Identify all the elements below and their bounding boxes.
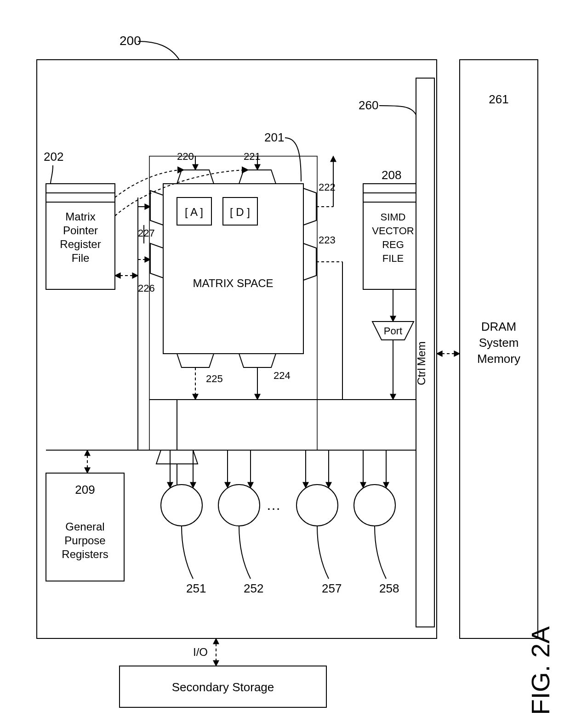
mpf-label-line3: Register (60, 238, 101, 250)
port-225 (177, 354, 214, 367)
simd-l3: REG (382, 239, 404, 250)
matrix-A-label: [ A ] (185, 206, 203, 218)
fu-257 (296, 485, 338, 526)
ellipsis: … (266, 497, 281, 513)
ref-221: 221 (244, 151, 261, 162)
ref-226: 226 (138, 282, 155, 294)
simd-l2: VECTOR (372, 225, 414, 237)
mpf-label-line2: Pointer (63, 224, 98, 237)
matrix-space-label: MATRIX SPACE (193, 277, 273, 289)
simd-l4: FILE (382, 253, 404, 264)
port-226 (150, 243, 163, 278)
dram-l1: DRAM (481, 320, 517, 333)
ref-252: 252 (244, 581, 263, 595)
port-223 (303, 243, 316, 280)
ref-227: 227 (138, 227, 155, 239)
memctrl-l1: Mem (415, 341, 428, 366)
ref-202: 202 (44, 150, 63, 164)
leader-200 (138, 41, 179, 60)
fu-258 (354, 485, 395, 526)
gpr-label-line2: Purpose (64, 534, 105, 547)
port-227 (150, 191, 163, 225)
ref-257: 257 (322, 581, 342, 595)
figure-label: FIG. 2A (526, 626, 555, 715)
ref-258: 258 (379, 581, 399, 595)
ref-225: 225 (206, 373, 223, 384)
fu-252 (218, 485, 260, 526)
io-label: I/O (193, 646, 208, 658)
secondary-label: Secondary Storage (172, 680, 274, 694)
fu-251 (161, 485, 202, 526)
bottom-mux (156, 450, 198, 464)
port-222 (303, 188, 316, 225)
ref-200: 200 (120, 34, 141, 48)
dram-l3: Memory (477, 352, 520, 366)
simd-vector-reg-file (363, 184, 423, 289)
memctrl-l2: Ctrl (415, 368, 428, 385)
dram-l2: System (479, 336, 519, 350)
gpr-label-line1: General (65, 520, 104, 533)
simd-l1: SIMD (381, 211, 406, 223)
ref-201: 201 (264, 130, 284, 144)
ref-220: 220 (177, 151, 194, 162)
matrix-D-label: [ D ] (230, 206, 250, 218)
gpr-label-line3: Registers (62, 548, 108, 560)
ref-208: 208 (382, 168, 401, 182)
ref-223: 223 (319, 234, 336, 246)
ref-261: 261 (489, 92, 508, 106)
ref-260: 260 (359, 98, 378, 112)
mpf-label-line1: Matrix (65, 210, 95, 223)
port-221 (239, 170, 276, 184)
port-220 (177, 170, 214, 184)
ref-224: 224 (274, 370, 291, 381)
ref-209: 209 (75, 483, 95, 497)
mpf-label-line4: File (72, 252, 90, 264)
ref-251: 251 (186, 581, 206, 595)
matrix-pointer-reg-file (46, 184, 115, 289)
port-label: Port (384, 325, 402, 337)
port-224 (239, 354, 276, 367)
diagram-figure: 200 Matrix Pointer Register File 202 209… (0, 0, 570, 728)
